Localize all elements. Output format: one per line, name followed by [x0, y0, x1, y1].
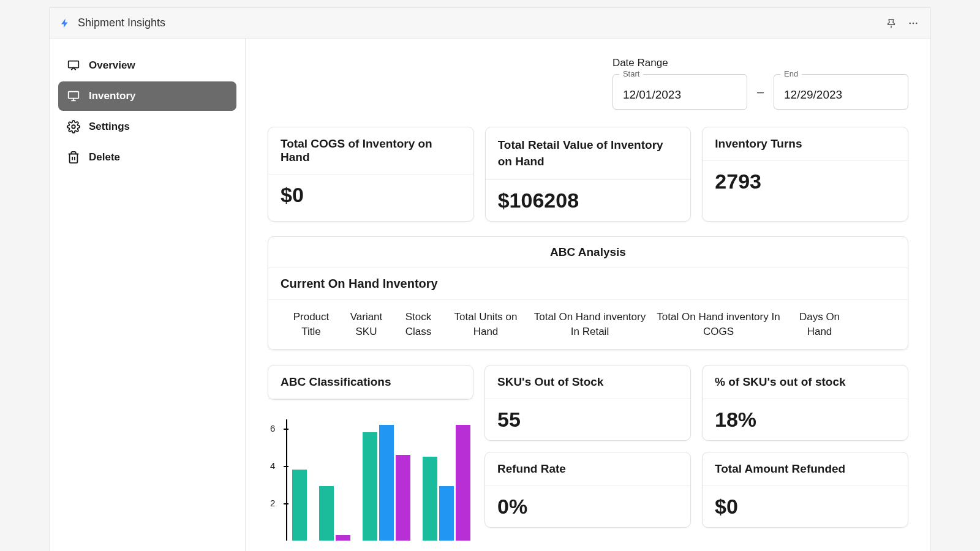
- bar: [456, 425, 470, 541]
- topbar: Shipment Insights: [50, 8, 930, 39]
- trash-icon: [67, 151, 80, 164]
- col-onhand-retail: Total On Hand inventory In Retail: [532, 310, 648, 339]
- sidebar-item-label: Delete: [89, 151, 120, 163]
- y-tick-label: 6: [270, 423, 471, 433]
- bar: [319, 486, 334, 540]
- sidebar-item-label: Inventory: [89, 90, 136, 102]
- date-range-picker: Date Range Start 12/01/2023 – End 12/29/…: [612, 57, 908, 110]
- svg-point-5: [72, 125, 75, 129]
- sidebar-item-settings[interactable]: Settings: [58, 112, 236, 141]
- card-title: % of SKU's out of stock: [715, 375, 895, 389]
- card-value: 2793: [703, 161, 908, 202]
- gear-icon: [67, 120, 80, 133]
- date-end-legend: End: [780, 69, 802, 78]
- col-onhand-cogs: Total On Hand inventory In COGS: [654, 310, 783, 339]
- more-options-button[interactable]: [905, 15, 922, 32]
- bar: [439, 486, 454, 540]
- abc-table-header: Product Title Variant SKU Stock Class To…: [268, 300, 908, 350]
- sidebar-item-delete[interactable]: Delete: [58, 143, 236, 172]
- app-title: Shipment Insights: [78, 17, 165, 29]
- sidebar-item-label: Settings: [89, 121, 130, 133]
- svg-rect-4: [69, 92, 79, 99]
- date-start-legend: Start: [619, 69, 643, 78]
- card-value: $0: [703, 486, 908, 527]
- card-title: ABC Classifications: [281, 375, 461, 389]
- card-total-cogs: Total COGS of Inventory on Hand $0: [268, 127, 474, 222]
- date-start-input[interactable]: Start 12/01/2023: [612, 74, 747, 110]
- date-start-value: 12/01/2023: [623, 88, 681, 101]
- card-value: 18%: [703, 399, 908, 440]
- abc-subtitle: Current On Hand Inventory: [268, 268, 908, 300]
- col-stock-class: Stock Class: [397, 310, 440, 339]
- card-title: Inventory Turns: [715, 137, 895, 151]
- app-logo-icon: [58, 17, 72, 30]
- sidebar-item-inventory[interactable]: Inventory: [58, 81, 236, 111]
- sidebar-item-label: Overview: [89, 59, 135, 72]
- card-title: Total Amount Refunded: [715, 462, 895, 476]
- col-total-units: Total Units on Hand: [446, 310, 526, 339]
- card-value: $106208: [486, 180, 691, 221]
- svg-rect-3: [69, 61, 79, 68]
- card-value: 55: [485, 399, 690, 440]
- card-pct-sku-out: % of SKU's out of stock 18%: [702, 365, 908, 441]
- date-range-label: Date Range: [612, 57, 908, 69]
- card-value: $0: [268, 174, 473, 216]
- card-value: 0%: [485, 486, 690, 527]
- date-end-input[interactable]: End 12/29/2023: [774, 74, 908, 110]
- chart-bars: [292, 419, 473, 541]
- y-tick-label: 2: [270, 498, 471, 508]
- card-total-refunded: Total Amount Refunded $0: [702, 452, 908, 528]
- card-refund-rate: Refund Rate 0%: [484, 452, 691, 528]
- card-title: Refund Rate: [497, 462, 678, 476]
- bar: [363, 432, 377, 541]
- abc-title: ABC Analysis: [268, 237, 908, 268]
- col-days-on-hand: Days On Hand: [789, 310, 850, 339]
- card-title: Total Retail Value of Inventory on Hand: [498, 137, 679, 170]
- bar: [379, 425, 394, 541]
- presentation-icon: [67, 59, 80, 72]
- bar-group: [423, 425, 470, 541]
- card-title: SKU's Out of Stock: [497, 375, 678, 389]
- card-sku-out-of-stock: SKU's Out of Stock 55: [484, 365, 691, 441]
- svg-point-1: [913, 22, 914, 24]
- monitor-icon: [67, 89, 80, 103]
- sidebar-item-overview[interactable]: Overview: [58, 51, 236, 80]
- abc-classifications-chart: 246: [268, 412, 473, 541]
- sidebar: Overview Inventory Settings Delete: [50, 39, 246, 551]
- card-title: Total COGS of Inventory on Hand: [281, 137, 461, 164]
- card-abc-classifications: ABC Classifications: [268, 365, 473, 400]
- col-variant-sku: Variant SKU: [342, 310, 391, 339]
- card-inventory-turns: Inventory Turns 2793: [702, 127, 908, 222]
- card-total-retail: Total Retail Value of Inventory on Hand …: [485, 127, 692, 222]
- bar: [336, 535, 350, 541]
- y-tick-label: 4: [270, 460, 471, 471]
- pin-button[interactable]: [883, 15, 900, 32]
- date-end-value: 12/29/2023: [784, 88, 842, 101]
- main-content: Date Range Start 12/01/2023 – End 12/29/…: [246, 39, 930, 551]
- svg-point-2: [916, 22, 918, 24]
- date-range-dash: –: [757, 85, 764, 99]
- bar-group: [319, 486, 350, 540]
- svg-point-0: [909, 22, 911, 24]
- bar-group: [363, 425, 410, 541]
- card-abc-analysis: ABC Analysis Current On Hand Inventory P…: [268, 236, 908, 350]
- col-product-title: Product Title: [287, 310, 336, 339]
